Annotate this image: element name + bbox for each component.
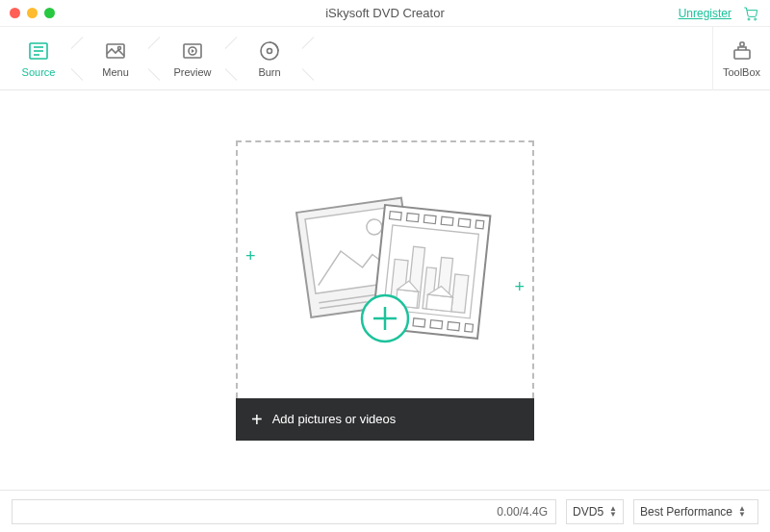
toolbox-label: ToolBox <box>723 66 760 78</box>
plus-icon: + <box>251 410 263 429</box>
svg-rect-26 <box>475 220 484 229</box>
step-burn[interactable]: Burn <box>231 27 308 90</box>
source-icon <box>27 39 50 63</box>
chevron-updown-icon: ▲▼ <box>738 506 746 518</box>
quality-value: Best Performance <box>640 505 732 519</box>
media-illustration <box>260 184 510 357</box>
capacity-bar: 0.00/4.4G <box>12 499 556 524</box>
dropzone[interactable]: + + <box>236 140 534 441</box>
titlebar: iSkysoft DVD Creator Unregister <box>0 0 770 27</box>
zoom-icon[interactable] <box>44 8 55 18</box>
svg-rect-31 <box>448 321 460 330</box>
svg-rect-29 <box>413 317 425 326</box>
step-label: Source <box>22 66 56 78</box>
svg-point-0 <box>748 18 750 20</box>
step-bar: Source Menu Preview Burn <box>0 27 770 90</box>
svg-point-12 <box>268 48 272 53</box>
svg-rect-32 <box>465 323 474 332</box>
disc-type-select[interactable]: DVD5 ▲▼ <box>566 499 624 524</box>
step-label: Burn <box>258 66 280 78</box>
menu-icon <box>104 39 127 63</box>
quality-select[interactable]: Best Performance ▲▼ <box>633 499 758 524</box>
svg-rect-23 <box>424 215 436 223</box>
svg-rect-22 <box>406 213 419 221</box>
step-label: Preview <box>173 66 211 78</box>
step-preview[interactable]: Preview <box>154 27 231 90</box>
sparkle-icon: + <box>245 246 256 266</box>
step-source[interactable]: Source <box>0 27 77 90</box>
sparkle-icon: + <box>514 277 525 297</box>
svg-rect-14 <box>740 42 744 46</box>
minimize-icon[interactable] <box>27 8 38 18</box>
close-icon[interactable] <box>10 8 20 18</box>
main-area: + + <box>0 90 770 490</box>
svg-rect-30 <box>430 319 443 328</box>
add-media-label: Add pictures or videos <box>272 412 397 426</box>
unregister-link[interactable]: Unregister <box>679 7 732 20</box>
window-controls <box>10 8 55 18</box>
svg-rect-21 <box>390 211 402 219</box>
svg-marker-10 <box>192 49 194 53</box>
preview-icon <box>181 39 204 63</box>
footer: 0.00/4.4G DVD5 ▲▼ Best Performance ▲▼ <box>0 490 770 532</box>
svg-point-7 <box>118 46 121 49</box>
add-media-button[interactable]: + Add pictures or videos <box>236 398 534 441</box>
toolbox-icon <box>731 39 754 63</box>
app-title: iSkysoft DVD Creator <box>0 6 770 20</box>
step-menu[interactable]: Menu <box>77 27 154 90</box>
toolbox-button[interactable]: ToolBox <box>712 27 770 90</box>
cart-icon[interactable] <box>743 6 758 21</box>
capacity-text: 0.00/4.4G <box>497 505 548 519</box>
chevron-updown-icon: ▲▼ <box>609 506 617 518</box>
disc-type-value: DVD5 <box>573 505 603 519</box>
svg-rect-25 <box>458 218 471 227</box>
svg-rect-24 <box>441 216 453 225</box>
burn-icon <box>258 39 281 63</box>
drop-area[interactable]: + + <box>236 140 534 398</box>
svg-rect-13 <box>734 50 750 59</box>
step-label: Menu <box>102 66 129 78</box>
svg-point-1 <box>755 18 757 20</box>
